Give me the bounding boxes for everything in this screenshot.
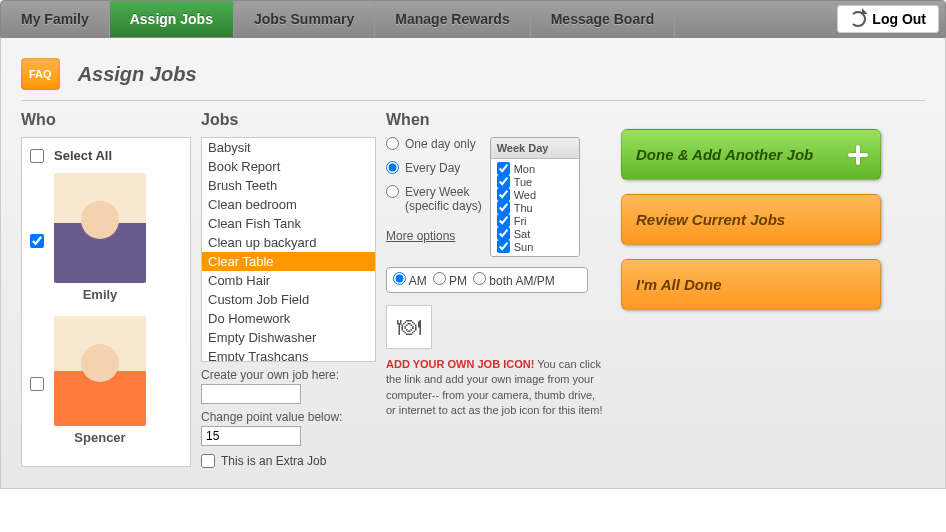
job-item[interactable]: Clean bedroom [202, 195, 375, 214]
top-nav: My Family Assign Jobs Jobs Summary Manag… [0, 0, 946, 38]
kid-name-emily: Emily [54, 287, 146, 302]
job-item[interactable]: Clean Fish Tank [202, 214, 375, 233]
create-job-input[interactable] [201, 384, 301, 404]
logout-icon [850, 11, 866, 27]
nav-jobs-summary[interactable]: Jobs Summary [234, 1, 375, 37]
ampm-am[interactable]: AM [393, 272, 427, 288]
ampm-pm[interactable]: PM [433, 272, 467, 288]
all-done-button[interactable]: I'm All Done [621, 259, 881, 310]
jobs-header: Jobs [201, 111, 376, 129]
nav-message-board[interactable]: Message Board [531, 1, 675, 37]
page-title: Assign Jobs [78, 63, 197, 86]
kid-name-spencer: Spencer [54, 430, 146, 445]
done-add-another-button[interactable]: Done & Add Another Job [621, 129, 881, 180]
title-bar: FAQ Assign Jobs [21, 58, 925, 101]
weekday-item[interactable]: Wed [497, 188, 573, 201]
job-icon-hint: ADD YOUR OWN JOB ICON! You can click the… [386, 357, 606, 419]
when-every-week[interactable]: Every Week(specific days) [386, 185, 482, 213]
faq-badge[interactable]: FAQ [21, 58, 60, 90]
when-column: When One day only Every Day Every Week(s… [386, 111, 611, 419]
job-item[interactable]: Clean up backyard [202, 233, 375, 252]
jobs-column: Jobs BabysitBook ReportBrush TeethClean … [201, 111, 376, 468]
jobs-listbox[interactable]: BabysitBook ReportBrush TeethClean bedro… [201, 137, 376, 362]
job-item[interactable]: Empty Dishwasher [202, 328, 375, 347]
actions-column: Done & Add Another Job Review Current Jo… [621, 129, 881, 310]
who-header: Who [21, 111, 191, 129]
logout-button[interactable]: Log Out [837, 5, 939, 33]
when-one-day[interactable]: One day only [386, 137, 482, 151]
avatar-emily [54, 173, 146, 283]
job-item[interactable]: Babysit [202, 138, 375, 157]
job-item[interactable]: Empty Trashcans [202, 347, 375, 362]
job-item[interactable]: Brush Teeth [202, 176, 375, 195]
kid-row-emily: Emily [30, 169, 182, 312]
when-header: When [386, 111, 611, 129]
job-item[interactable]: Comb Hair [202, 271, 375, 290]
weekday-header: Week Day [491, 138, 579, 159]
radio-every-week[interactable] [386, 185, 399, 198]
logout-label: Log Out [872, 11, 926, 27]
nav-manage-rewards[interactable]: Manage Rewards [375, 1, 530, 37]
job-item[interactable]: Clear Table [202, 252, 375, 271]
extra-job-checkbox[interactable] [201, 454, 215, 468]
weekday-item[interactable]: Tue [497, 175, 573, 188]
radio-one-day[interactable] [386, 137, 399, 150]
job-item[interactable]: Do Homework [202, 309, 375, 328]
kid-row-spencer: Spencer [30, 312, 182, 455]
kid-checkbox-emily[interactable] [30, 234, 44, 248]
nav-my-family[interactable]: My Family [1, 1, 110, 37]
weekday-box: Week Day Mon Tue Wed Thu Fri Sat Sun [490, 137, 580, 257]
weekday-item[interactable]: Sun [497, 240, 573, 253]
plus-icon [846, 143, 870, 167]
select-all-checkbox[interactable] [30, 149, 44, 163]
radio-every-day[interactable] [386, 161, 399, 174]
review-jobs-button[interactable]: Review Current Jobs [621, 194, 881, 245]
ampm-group: AM PM both AM/PM [386, 267, 588, 293]
weekday-item[interactable]: Thu [497, 201, 573, 214]
job-item[interactable]: Book Report [202, 157, 375, 176]
page-body: FAQ Assign Jobs Who Select All Emily [0, 38, 946, 489]
select-all-row: Select All [30, 148, 182, 163]
more-options-link[interactable]: More options [386, 229, 482, 243]
weekday-item[interactable]: Mon [497, 162, 573, 175]
weekday-item[interactable]: Fri [497, 214, 573, 227]
ampm-both[interactable]: both AM/PM [473, 272, 555, 288]
job-item[interactable]: Custom Job Field [202, 290, 375, 309]
who-list: Select All Emily Spencer [21, 137, 191, 467]
create-job-label: Create your own job here: [201, 368, 376, 382]
extra-job-label: This is an Extra Job [221, 454, 326, 468]
select-all-label: Select All [54, 148, 112, 163]
weekday-item[interactable]: Sat [497, 227, 573, 240]
when-radio-group: One day only Every Day Every Week(specif… [386, 137, 482, 257]
job-icon-preview[interactable]: 🍽 [386, 305, 432, 349]
nav-assign-jobs[interactable]: Assign Jobs [110, 1, 234, 37]
who-column: Who Select All Emily S [21, 111, 191, 467]
weekday-list: Mon Tue Wed Thu Fri Sat Sun [491, 159, 579, 256]
points-input[interactable] [201, 426, 301, 446]
points-label: Change point value below: [201, 410, 376, 424]
when-every-day[interactable]: Every Day [386, 161, 482, 175]
avatar-spencer [54, 316, 146, 426]
kid-checkbox-spencer[interactable] [30, 377, 44, 391]
